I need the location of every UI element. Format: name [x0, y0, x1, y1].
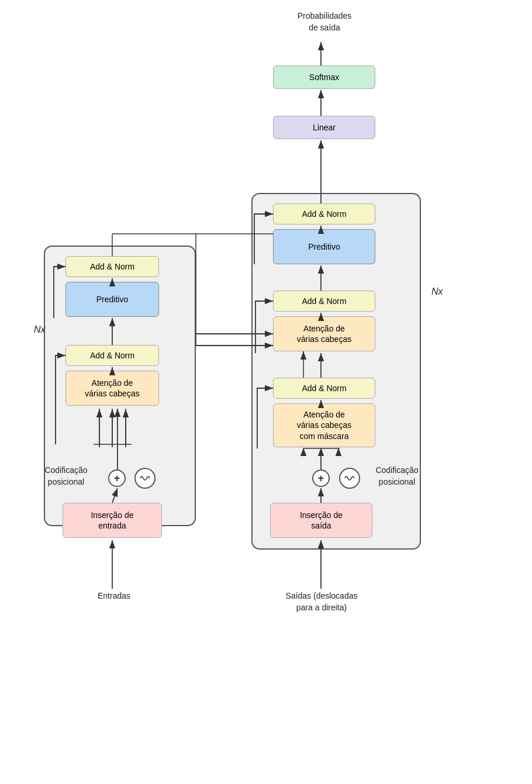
nx-decoder-label: Nx: [431, 286, 443, 297]
input-embedding: Inserção deentrada: [63, 503, 162, 538]
decoder-cross-attention: Atenção devárias cabeças: [273, 316, 375, 351]
decoder-masked-attention: Atenção devárias cabeçascom máscara: [273, 403, 375, 447]
decoder-pos-label: Codificaçãoposicional: [359, 465, 435, 488]
decoder-add-norm-middle: Add & Norm: [273, 291, 375, 312]
encoder-multi-head-attention: Atenção devárias cabeças: [65, 371, 159, 406]
linear-box: Linear: [273, 116, 375, 139]
decoder-feed-forward: Preditivo: [273, 229, 375, 264]
nx-encoder-label: Nx: [34, 324, 46, 335]
decoder-add-norm-bottom: Add & Norm: [273, 378, 375, 399]
encoder-pos-circle: [134, 468, 156, 489]
encoder-plus-circle: +: [108, 469, 126, 487]
encoder-feed-forward: Preditivo: [65, 282, 159, 317]
softmax-box: Softmax: [273, 65, 375, 89]
encoder-add-norm-top: Add & Norm: [65, 256, 159, 277]
encoder-pos-label: Codificaçãoposicional: [28, 465, 104, 488]
outputs-label: Saídas (deslocadaspara a direita): [260, 590, 383, 613]
inputs-label: Entradas: [82, 590, 146, 602]
decoder-add-norm-top: Add & Norm: [273, 203, 375, 225]
decoder-pos-circle: [339, 468, 360, 489]
output-embedding: Inserção desaída: [270, 503, 372, 538]
output-prob-label: Probabilidadesde saída: [251, 11, 398, 33]
encoder-add-norm-bottom: Add & Norm: [65, 345, 159, 366]
diagram-container: Nx Add & Norm Preditivo Add & Norm Atenç…: [0, 0, 532, 784]
decoder-plus-circle: +: [312, 469, 330, 487]
